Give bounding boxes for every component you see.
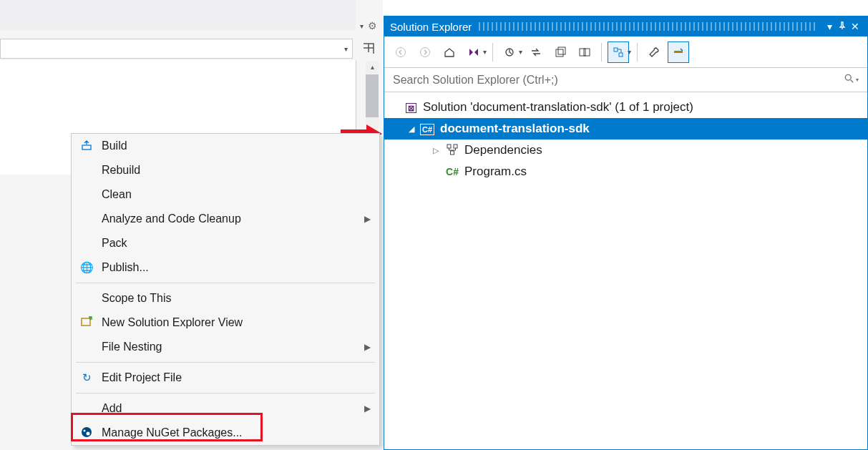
dropdown-arrow-icon[interactable]: ▾	[483, 48, 487, 56]
solution-node[interactable]: ⊠ Solution 'document-translation-sdk' (1…	[384, 97, 867, 118]
menu-label: Edit Project File	[102, 371, 182, 384]
menu-clean[interactable]: Clean	[72, 182, 379, 207]
file-label: Program.cs	[464, 165, 527, 179]
solution-tree: ⊠ Solution 'document-translation-sdk' (1…	[384, 92, 867, 187]
csharp-project-icon: C#	[420, 123, 436, 135]
toolbar-separator	[492, 43, 493, 62]
switch-views-button[interactable]	[463, 41, 484, 63]
submenu-arrow-icon: ▶	[364, 214, 371, 224]
menu-separator	[76, 283, 375, 283]
svg-point-15	[845, 74, 851, 80]
menu-separator	[76, 393, 375, 393]
svg-rect-1	[82, 318, 90, 326]
toolbar-separator	[601, 43, 602, 62]
menu-separator	[76, 362, 375, 363]
solution-label: Solution 'document-translation-sdk' (1 o…	[423, 100, 693, 114]
close-icon[interactable]: ✕	[849, 21, 862, 32]
editor-nav-bar[interactable]: ▾	[0, 39, 353, 59]
scrollbar-thumb[interactable]	[366, 74, 379, 117]
svg-rect-9	[558, 47, 565, 54]
svg-point-6	[421, 47, 430, 57]
edit-icon: ↻	[79, 371, 94, 384]
editor-config-row: ▾ ⚙	[360, 20, 377, 31]
panel-toolbar: ▾ ▾ ▾	[384, 36, 867, 68]
project-label: document-translation-sdk	[440, 122, 590, 136]
svg-rect-17	[454, 145, 457, 148]
submenu-arrow-icon: ▶	[364, 403, 371, 414]
dropdown-arrow-icon[interactable]: ▾	[519, 48, 522, 56]
menu-label: Rebuild	[102, 164, 140, 177]
svg-rect-0	[82, 145, 91, 150]
search-icon[interactable]	[844, 74, 854, 86]
menu-label: Publish...	[102, 261, 149, 274]
dependencies-icon	[444, 144, 460, 157]
solution-icon: ⊠	[403, 102, 419, 113]
menu-label: Add	[102, 402, 122, 415]
project-context-menu: Build Rebuild Clean Analyze and Code Cle…	[71, 133, 380, 446]
svg-rect-11	[584, 49, 590, 56]
dependencies-label: Dependencies	[464, 143, 542, 157]
globe-icon: 🌐	[79, 261, 94, 274]
svg-rect-18	[451, 151, 454, 155]
toolbar-separator	[637, 43, 638, 62]
new-view-icon	[79, 316, 94, 330]
project-node[interactable]: ◢ C# document-translation-sdk	[384, 118, 867, 140]
gear-icon[interactable]: ⚙	[368, 20, 377, 31]
menu-label: Clean	[102, 188, 132, 201]
panel-titlebar[interactable]: Solution Explorer ▾ ✕	[384, 16, 867, 36]
dropdown-arrow-icon[interactable]: ▾	[344, 45, 348, 53]
svg-rect-14	[674, 51, 683, 53]
svg-rect-13	[619, 53, 623, 57]
menu-label: Scope to This	[102, 292, 172, 305]
editor-top-strip	[0, 0, 356, 30]
nuget-icon	[79, 426, 94, 440]
svg-point-5	[396, 47, 406, 57]
forward-button[interactable]	[414, 41, 436, 63]
search-options-arrow-icon[interactable]: ▾	[856, 77, 859, 83]
menu-publish[interactable]: 🌐 Publish...	[72, 255, 379, 280]
file-node-program[interactable]: C# Program.cs	[384, 161, 867, 182]
panel-title-text: Solution Explorer	[390, 21, 472, 33]
menu-analyze[interactable]: Analyze and Code Cleanup ▶	[72, 207, 379, 231]
menu-new-view[interactable]: New Solution Explorer View	[72, 310, 379, 335]
sync-button[interactable]	[525, 41, 547, 63]
build-icon	[79, 140, 94, 153]
menu-file-nesting[interactable]: File Nesting ▶	[72, 335, 379, 359]
svg-rect-12	[614, 48, 618, 52]
pending-changes-filter-button[interactable]	[499, 41, 520, 63]
search-placeholder: Search Solution Explorer (Ctrl+;)	[393, 74, 558, 87]
expander-open-icon[interactable]: ◢	[409, 124, 420, 134]
svg-point-3	[84, 429, 86, 431]
collapse-all-button[interactable]	[550, 41, 571, 63]
svg-point-2	[82, 427, 92, 437]
dependencies-node[interactable]: ▷ Dependencies	[384, 140, 867, 161]
menu-label: Manage NuGet Packages...	[102, 426, 243, 439]
preview-button[interactable]	[668, 41, 689, 63]
solution-explorer-panel: Solution Explorer ▾ ✕ ▾ ▾	[384, 16, 868, 450]
pin-icon[interactable]	[836, 21, 849, 32]
submenu-arrow-icon: ▶	[364, 342, 371, 352]
menu-rebuild[interactable]: Rebuild	[72, 158, 379, 182]
back-button[interactable]	[390, 41, 411, 63]
svg-point-4	[87, 431, 90, 435]
properties-button[interactable]	[643, 41, 665, 63]
home-button[interactable]	[439, 41, 460, 63]
menu-add[interactable]: Add ▶	[72, 396, 379, 421]
expander-closed-icon[interactable]: ▷	[433, 146, 444, 155]
menu-manage-nuget[interactable]: Manage NuGet Packages...	[72, 421, 379, 445]
menu-label: Analyze and Code Cleanup	[102, 212, 241, 225]
titlebar-grip	[479, 22, 816, 31]
dropdown-arrow-icon[interactable]: ▾	[360, 22, 364, 30]
menu-edit-project[interactable]: ↻ Edit Project File	[72, 366, 379, 390]
menu-build[interactable]: Build	[72, 134, 379, 158]
menu-scope[interactable]: Scope to This	[72, 286, 379, 310]
track-active-button[interactable]	[608, 41, 629, 63]
scroll-up-icon[interactable]: ▴	[366, 61, 379, 74]
csharp-file-icon: C#	[444, 166, 460, 177]
search-box[interactable]: Search Solution Explorer (Ctrl+;) ▾	[384, 68, 867, 92]
show-all-files-button[interactable]	[574, 41, 595, 63]
dropdown-arrow-icon[interactable]: ▾	[823, 21, 836, 32]
dropdown-arrow-icon[interactable]: ▾	[628, 48, 631, 56]
split-window-icon[interactable]	[359, 39, 379, 59]
menu-pack[interactable]: Pack	[72, 231, 379, 255]
